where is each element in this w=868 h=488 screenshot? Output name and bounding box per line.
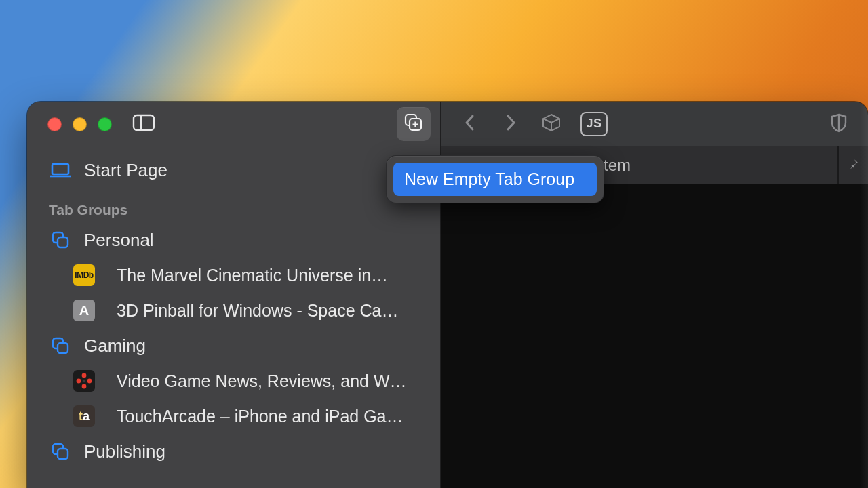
favicon-generic: A [73, 300, 95, 321]
ar-quicklook-button[interactable] [540, 113, 563, 136]
sidebar: Start Page Tab Groups Personal IMDb The … [27, 102, 441, 488]
privacy-report-button[interactable] [827, 113, 850, 136]
tab-title: 3D Pinball for Windows - Space Ca… [117, 301, 398, 321]
toggle-sidebar-button[interactable] [132, 115, 155, 134]
popover: New Empty Tab Group [387, 156, 604, 203]
favicon-imdb: IMDb [73, 264, 95, 286]
tab-group-gaming[interactable]: Gaming [45, 328, 431, 363]
favicon-ign [73, 370, 95, 392]
javascript-console-button[interactable]: JS [580, 112, 608, 136]
tab-group-label: Publishing [84, 441, 165, 462]
chevron-right-icon [504, 113, 517, 135]
window-controls [47, 117, 112, 131]
tab-item[interactable]: A 3D Pinball for Windows - Space Ca… [45, 293, 431, 328]
tab-group-icon [49, 336, 72, 355]
sidebar-item-label: Start Page [84, 160, 167, 181]
tab-title: Video Game News, Reviews, and W… [117, 371, 406, 391]
tab-group-publishing[interactable]: Publishing [45, 434, 431, 469]
svg-point-14 [77, 379, 81, 384]
sidebar-section-title: Tab Groups [45, 190, 431, 222]
new-tab-group-popover: New Empty Tab Group [387, 156, 604, 203]
laptop-icon [49, 162, 72, 178]
zoom-window-button[interactable] [98, 117, 112, 131]
browser-window: Start Page Tab Groups Personal IMDb The … [27, 102, 868, 488]
toolbar: JS [441, 102, 868, 146]
tab-title: TouchArcade – iPhone and iPad Ga… [117, 407, 403, 426]
tab-group-icon [49, 442, 72, 461]
menu-item-label: New Empty Tab Group [404, 169, 574, 188]
sidebar-body: Start Page Tab Groups Personal IMDb The … [27, 146, 440, 469]
tab-group-personal[interactable]: Personal [45, 222, 431, 258]
pin-icon [847, 157, 861, 174]
tab-title: The Marvel Cinematic Universe in… [117, 266, 388, 285]
js-icon: JS [586, 117, 601, 131]
tab-group-label: Gaming [84, 336, 146, 357]
shield-icon [830, 113, 848, 136]
pin-tab-button[interactable] [838, 146, 868, 184]
sidebar-icon [132, 113, 155, 135]
favicon-toucharcade: ta [73, 405, 95, 427]
back-button[interactable] [458, 113, 481, 136]
svg-rect-9 [58, 237, 68, 247]
svg-point-15 [87, 379, 92, 384]
svg-rect-6 [52, 164, 68, 174]
svg-rect-0 [134, 115, 154, 130]
svg-point-13 [82, 384, 87, 389]
tab-item[interactable]: IMDb The Marvel Cinematic Universe in… [45, 258, 431, 293]
close-window-button[interactable] [47, 117, 62, 131]
menu-item-new-empty-tab-group[interactable]: New Empty Tab Group [393, 163, 597, 196]
chevron-left-icon [463, 113, 477, 135]
forward-button[interactable] [499, 113, 522, 136]
tab-item[interactable]: ta TouchArcade – iPhone and iPad Ga… [45, 399, 431, 434]
tab-group-icon [49, 230, 72, 249]
svg-point-12 [82, 373, 87, 378]
new-tab-group-icon [403, 113, 424, 136]
svg-rect-11 [58, 343, 68, 353]
new-tab-group-button[interactable] [397, 107, 431, 141]
svg-rect-18 [58, 449, 68, 459]
cube-icon [541, 113, 561, 136]
tab-item[interactable]: Video Game News, Reviews, and W… [45, 363, 431, 399]
sidebar-item-start-page[interactable]: Start Page [45, 150, 431, 190]
sidebar-titlebar [27, 102, 440, 146]
svg-point-16 [83, 380, 86, 383]
minimize-window-button[interactable] [73, 117, 87, 131]
tab-group-label: Personal [84, 230, 154, 251]
